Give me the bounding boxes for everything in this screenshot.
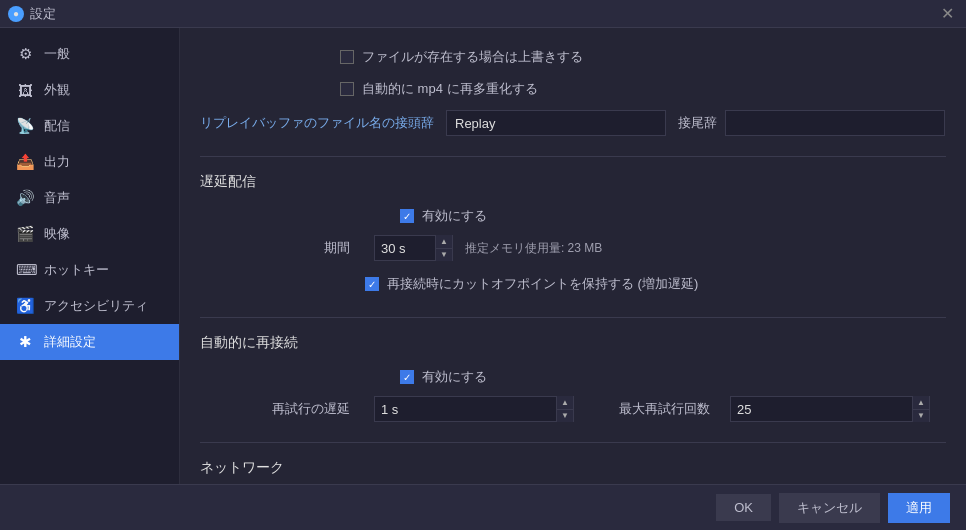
ok-button[interactable]: OK [716,494,771,521]
retry-delay-input[interactable] [375,398,556,421]
sidebar-item-accessibility[interactable]: ♿ アクセシビリティ [0,288,179,324]
replay-buffer-section: ファイルが存在する場合は上書きする 自動的に mp4 に再多重化する リプレイバ… [200,44,946,136]
sidebar-item-hotkeys[interactable]: ⌨ ホットキー [0,252,179,288]
separator-3 [200,442,946,443]
prefix-label: リプレイバッファのファイル名の接頭辞 [200,114,434,132]
prefix-input[interactable] [446,110,666,136]
separator-1 [200,156,946,157]
advanced-icon: ✱ [16,333,34,351]
delay-title: 遅延配信 [200,173,946,191]
retry-delay-spinner: ▲ ▼ [556,396,573,422]
delay-enable-checkbox[interactable] [400,209,414,223]
max-retry-wrap: ▲ ▼ [730,396,930,422]
delay-enable-row: 有効にする [200,203,946,229]
reconnect-title: 自動的に再接続 [200,334,946,352]
sidebar-item-general[interactable]: ⚙ 一般 [0,36,179,72]
appearance-icon: 🖼 [16,82,34,99]
content-area: ⚙ 一般 🖼 外観 📡 配信 📤 出力 🔊 音声 🎬 映像 [0,28,966,484]
delay-period-spinner: ▲ ▼ [435,235,452,261]
reconnect-enable-checkbox[interactable] [400,370,414,384]
sidebar-label-audio: 音声 [44,189,70,207]
max-retry-up[interactable]: ▲ [913,396,929,410]
retry-delay-up[interactable]: ▲ [557,396,573,410]
max-retry-spinner: ▲ ▼ [912,396,929,422]
delay-period-label: 期間 [200,239,350,257]
gear-icon: ⚙ [16,45,34,63]
retry-delay-down[interactable]: ▼ [557,410,573,423]
sidebar-label-appearance: 外観 [44,81,70,99]
sidebar-label-video: 映像 [44,225,70,243]
sidebar-label-advanced: 詳細設定 [44,333,96,351]
sidebar-label-stream: 配信 [44,117,70,135]
sidebar-item-stream[interactable]: 📡 配信 [0,108,179,144]
cutoff-checkbox[interactable] [365,277,379,291]
overwrite-label: ファイルが存在する場合は上書きする [362,48,583,66]
reconnect-section: 自動的に再接続 有効にする 再試行の遅延 ▲ ▼ 最大再試行回数 [200,334,946,422]
retry-delay-row: 再試行の遅延 ▲ ▼ 最大再試行回数 ▲ ▼ [200,396,946,422]
delay-period-row: 期間 ▲ ▼ 推定メモリ使用量: 23 MB [200,235,946,261]
sidebar-label-hotkeys: ホットキー [44,261,109,279]
max-retry-input[interactable] [731,398,912,421]
retry-delay-wrap: ▲ ▼ [374,396,574,422]
overwrite-checkbox[interactable] [340,50,354,64]
sidebar-item-appearance[interactable]: 🖼 外観 [0,72,179,108]
apply-button[interactable]: 適用 [888,493,950,523]
window-title: 設定 [30,5,56,23]
delay-period-down[interactable]: ▼ [436,249,452,262]
remux-checkbox[interactable] [340,82,354,96]
cancel-button[interactable]: キャンセル [779,493,880,523]
sidebar-item-video[interactable]: 🎬 映像 [0,216,179,252]
sidebar-label-general: 一般 [44,45,70,63]
network-section: ネットワーク IP ファミリー IPv4 および IPv6 (既定値) ▼ [200,459,946,484]
max-retry-down[interactable]: ▼ [913,410,929,423]
sidebar-label-output: 出力 [44,153,70,171]
separator-2 [200,317,946,318]
cutoff-label: 再接続時にカットオフポイントを保持する (増加遅延) [387,275,698,293]
sidebar-item-output[interactable]: 📤 出力 [0,144,179,180]
remux-label: 自動的に mp4 に再多重化する [362,80,538,98]
memory-hint: 推定メモリ使用量: 23 MB [465,240,602,257]
sidebar-item-advanced[interactable]: ✱ 詳細設定 [0,324,179,360]
sidebar-label-accessibility: アクセシビリティ [44,297,148,315]
max-retry-label: 最大再試行回数 [590,400,710,418]
prefix-row: リプレイバッファのファイル名の接頭辞 接尾辞 [200,110,946,136]
network-title: ネットワーク [200,459,946,477]
remux-row: 自動的に mp4 に再多重化する [200,76,946,102]
titlebar: ● 設定 ✕ [0,0,966,28]
footer: OK キャンセル 適用 [0,484,966,530]
output-icon: 📤 [16,153,34,171]
retry-delay-label: 再試行の遅延 [200,400,350,418]
overwrite-row: ファイルが存在する場合は上書きする [200,44,946,70]
sidebar-item-audio[interactable]: 🔊 音声 [0,180,179,216]
sidebar: ⚙ 一般 🖼 外観 📡 配信 📤 出力 🔊 音声 🎬 映像 [0,28,180,484]
keyboard-icon: ⌨ [16,261,34,279]
main-content: ファイルが存在する場合は上書きする 自動的に mp4 に再多重化する リプレイバ… [180,28,966,484]
delay-period-input[interactable] [375,237,435,260]
delay-section: 遅延配信 有効にする 期間 ▲ ▼ 推定メモリ使用量: 23 MB [200,173,946,297]
app-icon: ● [8,6,24,22]
suffix-label: 接尾辞 [678,114,717,132]
video-icon: 🎬 [16,225,34,243]
stream-icon: 📡 [16,117,34,135]
titlebar-left: ● 設定 [8,5,56,23]
cutoff-row: 再接続時にカットオフポイントを保持する (増加遅延) [200,271,946,297]
reconnect-enable-row: 有効にする [200,364,946,390]
delay-period-up[interactable]: ▲ [436,235,452,249]
suffix-input[interactable] [725,110,945,136]
delay-period-input-wrap: ▲ ▼ [374,235,453,261]
settings-window: ● 設定 ✕ ⚙ 一般 🖼 外観 📡 配信 📤 出力 🔊 [0,0,966,530]
accessibility-icon: ♿ [16,297,34,315]
audio-icon: 🔊 [16,189,34,207]
close-button[interactable]: ✕ [937,4,958,23]
delay-enable-label: 有効にする [422,207,487,225]
reconnect-enable-label: 有効にする [422,368,487,386]
